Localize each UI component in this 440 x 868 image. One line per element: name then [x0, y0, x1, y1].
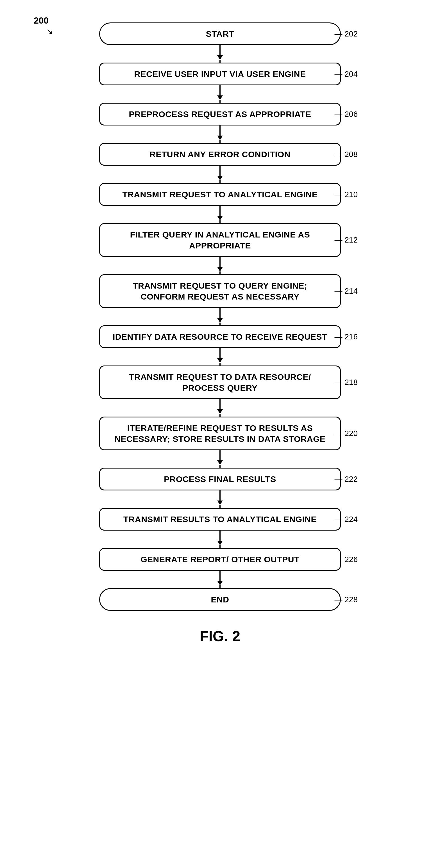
connector-line2-8: [219, 414, 221, 416]
node-number-step224: — 224: [334, 515, 358, 524]
flow-node-end: END: [99, 588, 341, 611]
connector-line-9: [219, 450, 221, 460]
connector-line-2: [219, 125, 221, 135]
node-number-step214: — 214: [334, 287, 358, 296]
connector-8: [217, 399, 223, 416]
arrow-down-4: [217, 216, 223, 220]
node-wrapper-step206: PREPROCESS REQUEST AS APPROPRIATE— 206: [0, 103, 440, 125]
arrow-down-7: [217, 358, 223, 363]
flow-node-step222: PROCESS FINAL RESULTS: [99, 468, 341, 490]
connector-line-10: [219, 490, 221, 500]
connector-5: [217, 257, 223, 274]
node-number-start: — 202: [334, 29, 358, 38]
flow-node-step224: TRANSMIT RESULTS TO ANALYTICAL ENGINE: [99, 508, 341, 531]
arrow-down-10: [217, 500, 223, 505]
connector-line-12: [219, 571, 221, 581]
connector-0: [217, 45, 223, 63]
flowchart: START— 202RECEIVE USER INPUT VIA USER EN…: [0, 23, 440, 611]
connector-line2-2: [219, 140, 221, 143]
connector-4: [217, 206, 223, 223]
connector-line2-1: [219, 100, 221, 103]
node-wrapper-step218: TRANSMIT REQUEST TO DATA RESOURCE/ PROCE…: [0, 366, 440, 399]
arrow-down-6: [217, 318, 223, 322]
node-wrapper-step204: RECEIVE USER INPUT VIA USER ENGINE— 204: [0, 63, 440, 85]
node-wrapper-step226: GENERATE REPORT/ OTHER OUTPUT— 226: [0, 548, 440, 571]
flow-node-start: START: [99, 23, 341, 45]
connector-line-8: [219, 399, 221, 409]
arrow-down-1: [217, 95, 223, 100]
flow-node-step204: RECEIVE USER INPUT VIA USER ENGINE: [99, 63, 341, 85]
connector-2: [217, 125, 223, 143]
arrow-down-11: [217, 541, 223, 545]
connector-11: [217, 531, 223, 548]
node-wrapper-step214: TRANSMIT REQUEST TO QUERY ENGINE; CONFOR…: [0, 274, 440, 308]
flow-node-step216: IDENTIFY DATA RESOURCE TO RECEIVE REQUES…: [99, 326, 341, 348]
node-wrapper-step216: IDENTIFY DATA RESOURCE TO RECEIVE REQUES…: [0, 326, 440, 348]
node-number-step210: — 210: [334, 190, 358, 199]
flow-node-step212: FILTER QUERY IN ANALYTICAL ENGINE AS APP…: [99, 223, 341, 257]
connector-line2-7: [219, 363, 221, 366]
node-number-step208: — 208: [334, 150, 358, 159]
fig-label: FIG. 2: [200, 628, 240, 645]
connector-line2-11: [219, 545, 221, 548]
connector-line-1: [219, 85, 221, 95]
connector-line-11: [219, 531, 221, 541]
arrow-down-2: [217, 135, 223, 140]
arrow-down-0: [217, 55, 223, 60]
connector-3: [217, 166, 223, 183]
connector-line-5: [219, 257, 221, 267]
node-wrapper-step222: PROCESS FINAL RESULTS— 222: [0, 468, 440, 490]
connector-line2-3: [219, 180, 221, 183]
connector-10: [217, 490, 223, 508]
node-wrapper-step212: FILTER QUERY IN ANALYTICAL ENGINE AS APP…: [0, 223, 440, 257]
node-number-end: — 228: [334, 595, 358, 604]
flow-node-step220: ITERATE/REFINE REQUEST TO RESULTS AS NEC…: [99, 416, 341, 450]
connector-line-4: [219, 206, 221, 216]
node-number-step226: — 226: [334, 555, 358, 564]
arrow-down-3: [217, 176, 223, 180]
connector-6: [217, 308, 223, 326]
connector-9: [217, 450, 223, 468]
connector-line2-5: [219, 272, 221, 274]
node-wrapper-step224: TRANSMIT RESULTS TO ANALYTICAL ENGINE— 2…: [0, 508, 440, 531]
connector-line2-9: [219, 465, 221, 468]
connector-line2-6: [219, 322, 221, 326]
connector-line2-12: [219, 585, 221, 588]
flow-node-step214: TRANSMIT REQUEST TO QUERY ENGINE; CONFOR…: [99, 274, 341, 308]
node-number-step216: — 216: [334, 332, 358, 341]
flow-node-step206: PREPROCESS REQUEST AS APPROPRIATE: [99, 103, 341, 125]
node-number-step218: — 218: [334, 378, 358, 387]
flow-node-step208: RETURN ANY ERROR CONDITION: [99, 143, 341, 166]
arrow-down-9: [217, 460, 223, 465]
connector-line2-10: [219, 505, 221, 508]
node-number-step206: — 206: [334, 110, 358, 119]
node-number-step212: — 212: [334, 236, 358, 245]
connector-line2-0: [219, 60, 221, 63]
arrow-down-5: [217, 267, 223, 272]
node-wrapper-step210: TRANSMIT REQUEST TO ANALYTICAL ENGINE— 2…: [0, 183, 440, 206]
connector-line2-4: [219, 220, 221, 223]
connector-7: [217, 348, 223, 366]
node-wrapper-step220: ITERATE/REFINE REQUEST TO RESULTS AS NEC…: [0, 416, 440, 450]
node-number-step204: — 204: [334, 70, 358, 79]
node-wrapper-start: START— 202: [0, 23, 440, 45]
flow-node-step210: TRANSMIT REQUEST TO ANALYTICAL ENGINE: [99, 183, 341, 206]
connector-line-3: [219, 166, 221, 176]
arrow-down-12: [217, 581, 223, 585]
node-number-step222: — 222: [334, 475, 358, 484]
connector-line-7: [219, 348, 221, 358]
node-wrapper-step208: RETURN ANY ERROR CONDITION— 208: [0, 143, 440, 166]
flow-node-step218: TRANSMIT REQUEST TO DATA RESOURCE/ PROCE…: [99, 366, 341, 399]
flow-node-step226: GENERATE REPORT/ OTHER OUTPUT: [99, 548, 341, 571]
connector-1: [217, 85, 223, 103]
connector-line-0: [219, 45, 221, 55]
diagram-container: 200 ↘ START— 202RECEIVE USER INPUT VIA U…: [0, 0, 440, 667]
connector-12: [217, 571, 223, 588]
arrow-down-8: [217, 409, 223, 414]
connector-line-6: [219, 308, 221, 318]
node-wrapper-end: END— 228: [0, 588, 440, 611]
node-number-step220: — 220: [334, 429, 358, 438]
